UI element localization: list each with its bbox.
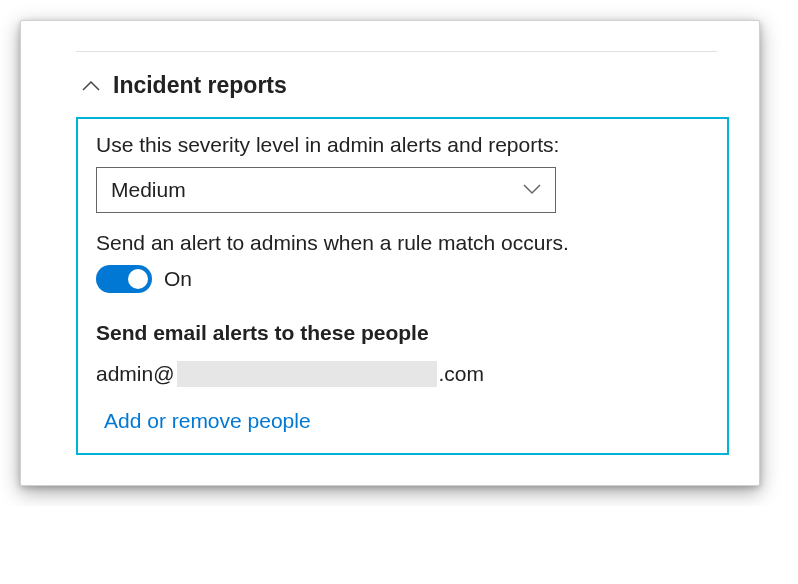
chevron-down-icon — [523, 181, 541, 199]
email-suffix: .com — [439, 362, 485, 386]
severity-label: Use this severity level in admin alerts … — [96, 133, 709, 157]
highlighted-settings-region: Use this severity level in admin alerts … — [76, 117, 729, 455]
chevron-up-icon — [81, 76, 101, 96]
add-remove-people-link[interactable]: Add or remove people — [96, 409, 709, 433]
recipients-label: Send email alerts to these people — [96, 321, 709, 345]
section-header[interactable]: Incident reports — [21, 52, 759, 117]
email-prefix: admin@ — [96, 362, 175, 386]
alert-toggle[interactable] — [96, 265, 152, 293]
recipient-email: admin@ .com — [96, 361, 709, 387]
alert-toggle-label: Send an alert to admins when a rule matc… — [96, 231, 709, 255]
section-title: Incident reports — [113, 72, 287, 99]
incident-reports-card: Incident reports Use this severity level… — [20, 20, 760, 486]
toggle-knob — [128, 269, 148, 289]
severity-dropdown[interactable]: Medium — [96, 167, 556, 213]
alert-toggle-state: On — [164, 267, 192, 291]
severity-value: Medium — [111, 178, 186, 202]
email-redacted-segment — [177, 361, 437, 387]
alert-toggle-row: On — [96, 265, 709, 293]
